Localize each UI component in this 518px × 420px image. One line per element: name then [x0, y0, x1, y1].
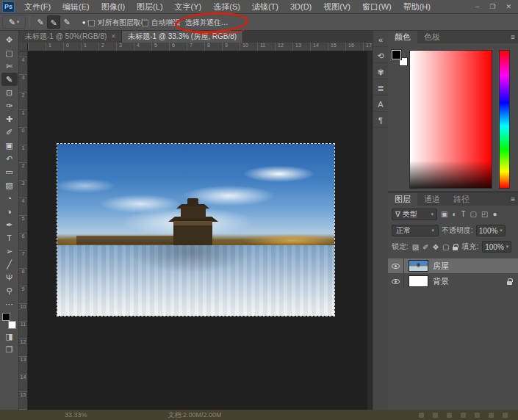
- restore-button[interactable]: ❐: [484, 0, 500, 13]
- kind-shape-layer-icon[interactable]: ▢: [470, 210, 477, 218]
- menu-item[interactable]: 文字(Y): [170, 0, 207, 13]
- document-tab-untitled1[interactable]: 未标题-1 @ 50%(RGB/8)×: [19, 31, 122, 43]
- menu-items: 文件(F)编辑(E)图像(I)图层(L)文字(Y)选择(S)滤镜(T)3D(D)…: [19, 0, 436, 13]
- minimize-button[interactable]: –: [470, 0, 484, 13]
- foreground-color-swatch[interactable]: [2, 313, 10, 321]
- close-button[interactable]: ✕: [500, 0, 517, 13]
- character-panel-icon[interactable]: A: [374, 97, 388, 112]
- kind-filter-toggle-icon[interactable]: ●: [493, 210, 497, 218]
- hand-tool[interactable]: Ψ: [1, 271, 18, 284]
- panel-menu-icon[interactable]: ≡: [511, 193, 515, 206]
- edit-toolbar-button[interactable]: ⋯: [1, 297, 18, 311]
- lock-image-pixels-icon[interactable]: ✐: [422, 243, 428, 251]
- kind-adjustment-layer-icon[interactable]: ◐: [452, 210, 456, 218]
- fill-value-box[interactable]: 100% ▾: [482, 241, 511, 253]
- statusbar-icons: [419, 413, 508, 418]
- menu-item[interactable]: 3D(D): [285, 0, 317, 13]
- layer-thumbnail[interactable]: [409, 260, 428, 272]
- menu-item[interactable]: 文件(F): [19, 0, 56, 13]
- document-tab-untitled1-active[interactable]: 未标题-1 @ 33.3% (房屋, RGB/8): [122, 31, 243, 43]
- layer-thumbnail[interactable]: [409, 275, 428, 287]
- foreground-color-swatch[interactable]: [392, 50, 401, 59]
- auto-enhance-checkbox[interactable]: [142, 20, 148, 26]
- blur-tool[interactable]: ◔: [1, 192, 18, 205]
- photoshop-logo[interactable]: Ps: [2, 1, 15, 12]
- saturation-brightness-picker[interactable]: [409, 50, 492, 189]
- kind-type-layer-icon[interactable]: T: [461, 210, 466, 218]
- tab-color[interactable]: 颜色: [388, 31, 417, 43]
- eraser-tool[interactable]: ▭: [1, 165, 18, 178]
- visibility-cell[interactable]: [388, 258, 404, 273]
- collapse-panels-icon[interactable]: «: [374, 32, 388, 47]
- move-tool[interactable]: ✥: [1, 33, 18, 46]
- add-to-selection-mode-button[interactable]: ✎: [47, 15, 60, 29]
- menu-item[interactable]: 滤镜(T): [247, 0, 284, 13]
- photo-tower-middle: [181, 206, 206, 218]
- tab-channels[interactable]: 通道: [417, 193, 447, 206]
- zoom-level-field[interactable]: 33.33%: [65, 411, 87, 419]
- document-image[interactable]: [57, 144, 334, 316]
- kind-pixel-layer-icon[interactable]: ▣: [441, 210, 447, 218]
- canvas-area[interactable]: [28, 51, 373, 410]
- visibility-cell[interactable]: [388, 274, 404, 289]
- blend-mode-select[interactable]: 正常 ▾: [392, 225, 439, 236]
- kind-smart-object-icon[interactable]: ◰: [481, 210, 488, 218]
- menu-item[interactable]: 视图(V): [318, 0, 356, 13]
- clone-stamp-tool[interactable]: ▣: [1, 139, 18, 152]
- menu-item[interactable]: 窗口(W): [357, 0, 397, 13]
- line-tool[interactable]: ╱: [1, 258, 18, 271]
- ruler-number: 10: [242, 43, 260, 48]
- tab-swatches[interactable]: 色板: [417, 31, 447, 43]
- hue-slider[interactable]: [499, 50, 510, 189]
- layer-row-house[interactable]: 房屋: [388, 258, 518, 273]
- ruler-number: 3: [19, 181, 27, 198]
- history-brush-tool[interactable]: ↶: [1, 152, 18, 165]
- zoom-tool[interactable]: ⚲: [1, 284, 18, 297]
- close-tab-icon[interactable]: ×: [111, 32, 115, 40]
- path-select-tool[interactable]: ➢: [1, 245, 18, 258]
- new-selection-mode-button[interactable]: ✎: [34, 15, 47, 29]
- menu-item[interactable]: 帮助(H): [398, 0, 436, 13]
- foreground-background-swatches[interactable]: [1, 312, 18, 330]
- select-and-mask-button[interactable]: 选择并遮住…: [185, 18, 228, 28]
- quick-selection-tool[interactable]: ✎: [1, 73, 18, 86]
- history-panel-icon[interactable]: ⟲: [374, 48, 388, 63]
- subtract-from-selection-mode-button[interactable]: ✎: [60, 15, 73, 29]
- opacity-value-box[interactable]: 100% ▾: [476, 225, 506, 236]
- lasso-tool[interactable]: ✄: [1, 59, 18, 73]
- marquee-tool[interactable]: ▢: [1, 46, 18, 59]
- menu-item[interactable]: 图像(I): [96, 0, 130, 13]
- paragraph-panel-icon[interactable]: ¶: [374, 113, 388, 128]
- gradient-tool[interactable]: ▧: [1, 178, 18, 192]
- pen-tool[interactable]: ✒: [1, 218, 18, 231]
- adjustments-panel-icon[interactable]: ✾: [374, 65, 388, 79]
- vertical-scrollbar[interactable]: [367, 51, 373, 410]
- tab-paths[interactable]: 路径: [447, 193, 476, 206]
- quick-mask-button[interactable]: ◨: [1, 330, 18, 343]
- crop-tool[interactable]: ⊡: [1, 86, 18, 99]
- tab-layers[interactable]: 图层: [388, 193, 417, 206]
- layer-kind-filter-icons: ▣◐T▢◰●: [441, 210, 497, 218]
- lock-position-icon[interactable]: ✥: [433, 243, 439, 251]
- panel-menu-icon[interactable]: ≡: [511, 31, 515, 43]
- properties-panel-icon[interactable]: ≣: [374, 81, 388, 95]
- lock-transparent-pixels-icon[interactable]: ▨: [412, 243, 419, 251]
- ruler-number: 4: [137, 43, 154, 48]
- screen-mode-button[interactable]: ❐: [1, 343, 18, 356]
- active-tool-preview[interactable]: ✎ ▾: [2, 15, 26, 29]
- layer-filter-kind-select[interactable]: ∇ 类型 ▾: [392, 209, 437, 220]
- layer-row-background[interactable]: 背景: [388, 274, 518, 289]
- dodge-tool[interactable]: ◑: [1, 205, 18, 218]
- eyedropper-tool[interactable]: ✑: [1, 99, 18, 112]
- type-tool[interactable]: T: [1, 231, 18, 245]
- color-panel-swatches[interactable]: [392, 50, 408, 66]
- menu-item[interactable]: 选择(S): [208, 0, 245, 13]
- lock-all-icon[interactable]: [453, 247, 458, 250]
- healing-brush-tool[interactable]: ✚: [1, 112, 18, 126]
- menu-item[interactable]: 编辑(E): [57, 0, 95, 13]
- brush-tool[interactable]: ✐: [1, 126, 18, 139]
- background-color-swatch[interactable]: [8, 321, 16, 329]
- lock-artboard-icon[interactable]: ▢: [442, 243, 449, 251]
- menu-item[interactable]: 图层(L): [132, 0, 168, 13]
- sample-all-layers-checkbox[interactable]: [88, 20, 95, 26]
